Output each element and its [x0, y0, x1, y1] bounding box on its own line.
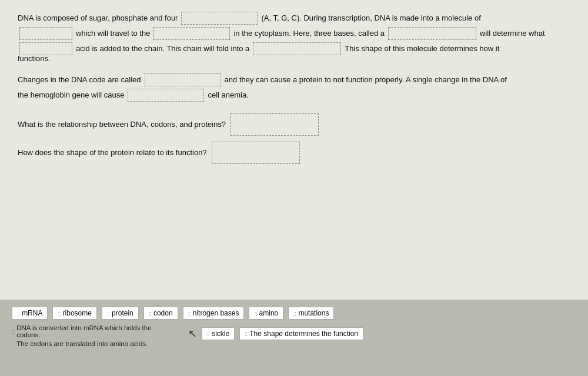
blank-mutations[interactable] — [145, 73, 221, 86]
blank-amino[interactable] — [19, 42, 72, 55]
text-p5-part1: the hemoglobin gene will cause — [18, 88, 124, 103]
main-content: DNA is composed of sugar, phosphate and … — [0, 0, 588, 300]
blank-sickle[interactable] — [128, 89, 204, 102]
cursor-icon: ↖ — [188, 327, 197, 340]
question-2-line: How does the shape of the protein relate… — [18, 142, 570, 164]
question-section: What is the relationship between DNA, co… — [18, 113, 570, 164]
drag-icon-ribosome: :: — [58, 310, 60, 317]
chip-label-ribosome: ribosome — [63, 309, 92, 317]
drag-icon-info-1: :: — [12, 340, 14, 347]
extra-chip-label-shape_function: The shape determines the function — [249, 330, 358, 338]
answer-box-1[interactable] — [230, 113, 319, 136]
blank-codon[interactable] — [388, 27, 476, 40]
word-bank-row: ::mRNA::ribosome::protein::codon::nitrog… — [12, 307, 576, 320]
word-chip-amino[interactable]: ::amino — [249, 307, 283, 320]
drag-icon-extra-sickle: :: — [207, 330, 209, 337]
text-p4-part1: Changes in the DNA code are called — [18, 72, 141, 88]
word-chip-nitrogen_bases[interactable]: ::nitrogen bases — [183, 307, 245, 320]
chip-label-mutations: mutations — [298, 309, 329, 317]
info-text: ::DNA is converted into mRNA which holds… — [12, 324, 176, 349]
extra-chip-label-sickle: sickle — [212, 330, 229, 338]
word-chip-ribosome[interactable]: ::ribosome — [52, 307, 96, 320]
info-line-text-1: The codons are translated into amino aci… — [16, 340, 148, 347]
bottom-panel: ::mRNA::ribosome::protein::codon::nitrog… — [0, 300, 588, 376]
text-p2-part2: in the cytoplasm. Here, three bases, cal… — [233, 26, 385, 41]
word-chip-protein[interactable]: ::protein — [102, 307, 139, 320]
blank-ribosome[interactable] — [153, 27, 230, 40]
word-chip-mutations[interactable]: ::mutations — [288, 307, 334, 320]
paragraph-1: DNA is composed of sugar, phosphate and … — [18, 11, 570, 63]
info-line-text-0: DNA is converted into mRNA which holds t… — [16, 324, 176, 338]
chip-label-mrna: mRNA — [22, 309, 42, 317]
drag-icon-amino: :: — [254, 310, 256, 317]
text-p2-part1: which will travel to the — [76, 26, 150, 41]
paragraph-mutations: Changes in the DNA code are called and t… — [18, 72, 570, 103]
cursor-area: ↖ ::sickle::The shape determines the fun… — [188, 324, 576, 340]
question-1-line: What is the relationship between DNA, co… — [18, 113, 570, 136]
info-line-0: ::DNA is converted into mRNA which holds… — [12, 324, 176, 338]
chip-label-amino: amino — [259, 309, 279, 317]
extra-chips: ::sickle::The shape determines the funct… — [202, 327, 363, 340]
text-p1-part1: DNA is composed of sugar, phosphate and … — [18, 11, 178, 26]
chip-label-codon: codon — [153, 309, 173, 317]
drag-icon-extra-shape_function: :: — [245, 330, 247, 337]
blank-bases[interactable] — [181, 12, 258, 25]
drag-icon-nitrogen_bases: :: — [188, 310, 191, 317]
drag-icon-mutations: :: — [293, 310, 296, 317]
chip-label-protein: protein — [112, 309, 133, 317]
drag-icon-protein: :: — [107, 310, 109, 317]
answer-box-2[interactable] — [212, 142, 300, 164]
blank-protein[interactable] — [253, 42, 341, 55]
info-line-1: ::The codons are translated into amino a… — [12, 340, 176, 347]
text-p3-part1: acid is added to the chain. This chain w… — [76, 41, 249, 56]
text-p2-part3: will determine what — [480, 26, 545, 41]
word-chip-mrna[interactable]: ::mRNA — [12, 307, 48, 320]
chip-label-nitrogen_bases: nitrogen bases — [193, 309, 239, 317]
text-p5-part2: cell anemia. — [208, 88, 248, 103]
drag-icon-info-0: :: — [12, 328, 14, 335]
text-p4-part2: and they can cause a protein to not func… — [225, 72, 507, 88]
word-chip-codon[interactable]: ::codon — [143, 307, 178, 320]
question-2-label: How does the shape of the protein relate… — [18, 146, 207, 159]
extra-chip-shape_function[interactable]: ::The shape determines the function — [239, 327, 363, 340]
question-1-label: What is the relationship between DNA, co… — [18, 118, 226, 131]
text-p1-part2: (A, T, G, C). During transcription, DNA … — [261, 11, 480, 26]
blank-mrna[interactable] — [19, 27, 72, 40]
text-p3-part2: This shape of this molecule determines h… — [345, 41, 499, 56]
extra-chip-sickle[interactable]: ::sickle — [202, 327, 235, 340]
info-section: ::DNA is converted into mRNA which holds… — [12, 324, 576, 349]
drag-icon-mrna: :: — [17, 310, 19, 317]
drag-icon-codon: :: — [149, 310, 151, 317]
